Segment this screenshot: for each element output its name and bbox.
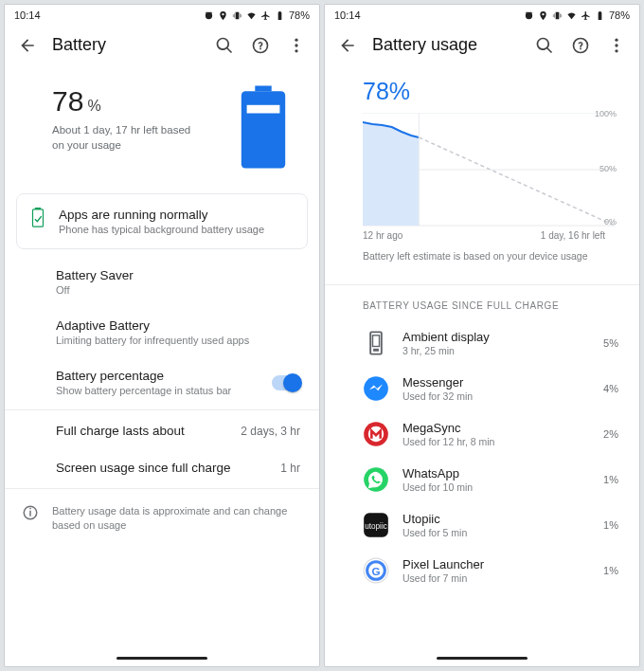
location-icon: [218, 10, 228, 21]
usage-row-whatsapp[interactable]: WhatsAppUsed for 10 min 1%: [325, 457, 639, 502]
help-button[interactable]: [251, 36, 270, 55]
app-bar: Battery usage: [325, 26, 639, 68]
overflow-menu-button[interactable]: [287, 36, 306, 55]
status-time: 10:14: [14, 9, 41, 21]
help-button[interactable]: [571, 36, 590, 55]
usage-row-megasync[interactable]: MegaSyncUsed for 12 hr, 8 min 2%: [325, 411, 639, 457]
svg-text:G: G: [371, 565, 380, 577]
app-bar: Battery: [5, 26, 319, 68]
alarm-icon: [204, 10, 214, 21]
vibrate-icon: [552, 10, 563, 21]
battery-hero: 78 % About 1 day, 17 hr left based on yo…: [5, 68, 319, 184]
vibrate-icon: [232, 10, 242, 21]
graph-battery-level: 78%: [363, 78, 615, 105]
battery-settings-screen: 10:14 78% Battery: [4, 4, 320, 667]
usage-row-ambient-display[interactable]: Ambient display3 hr, 25 min 5%: [325, 320, 639, 366]
battery-usage-chart: 100% 50% 0%: [363, 113, 615, 227]
svg-point-0: [295, 38, 297, 41]
search-button[interactable]: [535, 36, 554, 55]
pixel-launcher-icon: G: [363, 557, 389, 584]
battery-illustration: [236, 85, 291, 169]
ambient-display-icon: [363, 330, 389, 356]
back-button[interactable]: [338, 36, 357, 55]
x-axis-end: 1 day, 16 hr left: [541, 230, 605, 241]
battery-footnote: Battery usage data is approximate and ca…: [5, 491, 319, 547]
full-charge-stat[interactable]: Full charge lasts about 2 days, 3 hr: [5, 412, 319, 449]
battery-status-icon: [275, 10, 285, 21]
airplane-icon: [260, 10, 271, 21]
battery-ok-icon: [30, 208, 45, 228]
battery-percentage-pref[interactable]: Battery percentage Show battery percenta…: [5, 357, 319, 408]
gesture-nav-bar[interactable]: [325, 649, 639, 666]
usage-row-utopiic[interactable]: utopiic UtopiicUsed for 5 min 1%: [325, 502, 639, 548]
svg-point-9: [615, 44, 617, 46]
svg-point-1: [295, 44, 297, 46]
status-battery-pct: 78%: [289, 9, 310, 21]
battery-status-icon: [595, 10, 605, 21]
location-icon: [538, 10, 548, 21]
battery-percentage-toggle[interactable]: [272, 375, 300, 390]
usage-row-pixel-launcher[interactable]: G Pixel LauncherUsed for 7 min 1%: [325, 548, 639, 593]
battery-saver-pref[interactable]: Battery Saver Off: [5, 257, 319, 307]
svg-point-2: [295, 49, 297, 52]
wifi-icon: [566, 10, 577, 21]
messenger-icon: [363, 375, 389, 402]
usage-row-messenger[interactable]: MessengerUsed for 32 min 4%: [325, 366, 639, 411]
usage-section-header: BATTERY USAGE SINCE FULL CHARGE: [325, 287, 639, 320]
alarm-icon: [524, 10, 534, 21]
svg-rect-17: [373, 349, 379, 352]
page-title: Battery usage: [372, 35, 520, 55]
svg-rect-5: [247, 105, 280, 114]
overflow-menu-button[interactable]: [607, 36, 626, 55]
battery-usage-screen: 10:14 78% Battery usage: [324, 4, 640, 667]
status-bar: 10:14 78%: [325, 5, 639, 26]
adaptive-battery-pref[interactable]: Adaptive Battery Limiting battery for in…: [5, 307, 319, 357]
svg-rect-7: [33, 209, 44, 227]
screen-usage-stat[interactable]: Screen usage since full charge 1 hr: [5, 449, 319, 486]
svg-point-8: [615, 38, 617, 41]
svg-rect-4: [242, 91, 285, 168]
gesture-nav-bar[interactable]: [5, 649, 319, 666]
apps-running-card[interactable]: Apps are running normally Phone has typi…: [16, 193, 308, 249]
status-bar: 10:14 78%: [5, 5, 319, 26]
megasync-icon: [363, 421, 389, 447]
status-battery-pct: 78%: [609, 9, 630, 21]
search-button[interactable]: [215, 36, 234, 55]
svg-rect-3: [255, 86, 271, 92]
info-icon: [22, 504, 39, 521]
svg-point-10: [615, 49, 617, 52]
status-time: 10:14: [334, 9, 361, 21]
utopiic-icon: utopiic: [363, 512, 389, 538]
wifi-icon: [246, 10, 257, 21]
airplane-icon: [581, 10, 591, 21]
svg-text:utopiic: utopiic: [365, 522, 387, 531]
svg-rect-16: [373, 336, 380, 347]
battery-graph-section: 78% 100% 50% 0% 12 h: [325, 68, 639, 282]
whatsapp-icon: [363, 466, 389, 493]
battery-estimate: About 1 day, 17 hr left based on your us…: [52, 123, 204, 153]
back-button[interactable]: [18, 36, 37, 55]
x-axis-start: 12 hr ago: [363, 230, 402, 241]
battery-level: 78: [52, 85, 83, 118]
page-title: Battery: [52, 35, 200, 55]
